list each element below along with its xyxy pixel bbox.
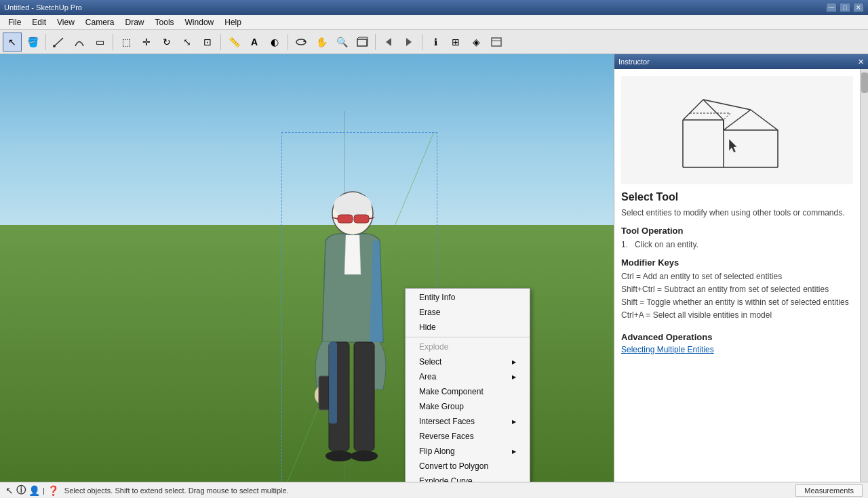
user-icon: 👤 [28, 485, 40, 496]
svg-point-1 [53, 45, 56, 47]
svg-line-31 [703, 100, 724, 120]
context-menu-reverse-faces[interactable]: Reverse Faces [406, 429, 530, 444]
measurements-panel: Measurements [795, 484, 863, 497]
main-area: Entity Info Erase Hide Explode Select ▶ [0, 54, 868, 482]
menu-draw[interactable]: Draw [120, 16, 150, 28]
toolbar: ↖ 🪣 ▭ ⬚ ✛ ↻ ⤡ ⊡ 📏 A ◐ ✋ 🔍 ℹ ⊞ ◈ [0, 30, 868, 54]
shape-tool-button[interactable]: ▭ [90, 33, 109, 51]
minimize-button[interactable]: — [826, 3, 837, 12]
status-bar: ↖ ⓘ 👤 | ❓ Select objects. Shift to exten… [0, 482, 868, 498]
window-controls[interactable]: — □ ✕ [826, 3, 864, 12]
svg-line-0 [54, 38, 63, 46]
context-menu-entity-info[interactable]: Entity Info [406, 290, 530, 305]
svg-rect-9 [492, 38, 501, 46]
instructor-panel: Instructor ✕ [614, 54, 868, 482]
advanced-ops-link[interactable]: Selecting Multiple Entities [621, 345, 853, 354]
pan-button[interactable]: ✋ [312, 33, 331, 51]
orbit-button[interactable] [292, 33, 311, 51]
toolbar-separator-3 [220, 34, 221, 50]
context-menu-make-component[interactable]: Make Component [406, 384, 530, 399]
menu-help[interactable]: Help [219, 16, 247, 28]
svg-line-41 [724, 113, 730, 120]
toolbar-separator-4 [288, 34, 288, 50]
menu-view[interactable]: View [52, 16, 80, 28]
context-menu-erase[interactable]: Erase [406, 305, 530, 320]
svg-marker-8 [406, 38, 412, 46]
arrow-icon: ↖ [5, 485, 14, 496]
menu-file[interactable]: File [3, 16, 26, 28]
advanced-ops-label: Advanced Operations [621, 332, 853, 342]
info-icon-status: ⓘ [16, 484, 26, 497]
next-scene-button[interactable] [399, 33, 418, 51]
select-submenu-arrow: ▶ [512, 359, 516, 365]
instructor-content: Select Tool Select entities to modify wh… [614, 69, 860, 482]
context-menu-flip-along[interactable]: Flip Along ▶ [406, 444, 530, 459]
context-menu-select[interactable]: Select ▶ [406, 354, 530, 369]
svg-rect-15 [338, 215, 353, 223]
model-info-button[interactable]: ℹ [426, 33, 445, 51]
scroll-thumb[interactable] [861, 72, 868, 93]
instructor-close-button[interactable]: ✕ [858, 58, 864, 66]
question-icon: ❓ [47, 485, 59, 496]
pipe-sep: | [43, 486, 45, 495]
svg-marker-7 [386, 38, 391, 46]
context-menu-explode-curve[interactable]: Explode Curve [406, 474, 530, 482]
close-button[interactable]: ✕ [853, 3, 864, 12]
instructor-scrollbar[interactable] [860, 69, 868, 482]
menu-camera[interactable]: Camera [80, 16, 120, 28]
scroll-track [861, 69, 868, 482]
scenes-button[interactable] [487, 33, 506, 51]
zoom-button[interactable]: 🔍 [332, 33, 351, 51]
zoom-extents-button[interactable] [353, 33, 372, 51]
menu-window[interactable]: Window [180, 16, 220, 28]
arc-tool-button[interactable] [70, 33, 89, 51]
menu-edit[interactable]: Edit [26, 16, 52, 28]
maximize-button[interactable]: □ [840, 3, 850, 12]
menu-tools[interactable]: Tools [150, 16, 180, 28]
context-menu-make-group[interactable]: Make Group [406, 399, 530, 414]
modifier-ctrl: Ctrl = Add an entity to set of selected … [621, 270, 853, 283]
context-menu-explode: Explode [406, 339, 530, 354]
materials-button[interactable]: ◈ [467, 33, 486, 51]
svg-line-38 [703, 100, 751, 110]
svg-point-14 [334, 193, 372, 217]
viewport[interactable]: Entity Info Erase Hide Explode Select ▶ [0, 54, 614, 482]
toolbar-separator-5 [375, 34, 376, 50]
modifier-shift: Shift = Toggle whether an entity is with… [621, 296, 853, 309]
components-button[interactable]: ⊞ [446, 33, 465, 51]
text-button[interactable]: A [245, 33, 264, 51]
tape-button[interactable]: 📏 [224, 33, 243, 51]
app-title: Untitled - SketchUp Pro [4, 3, 82, 12]
context-menu-area[interactable]: Area ▶ [406, 369, 530, 384]
tool-description: Select entities to modify when using oth… [621, 207, 853, 219]
svg-rect-3 [357, 39, 367, 46]
svg-point-24 [351, 451, 378, 461]
toolbar-separator-1 [45, 34, 46, 50]
flip-submenu-arrow: ▶ [512, 449, 516, 455]
svg-rect-25 [329, 342, 337, 423]
svg-line-37 [751, 110, 778, 130]
context-menu-convert-polygon[interactable]: Convert to Polygon [406, 459, 530, 474]
status-icons: ↖ ⓘ 👤 | ❓ [5, 484, 59, 497]
person-figure [298, 180, 407, 482]
instructor-title-label: Instructor [618, 58, 650, 66]
context-menu: Entity Info Erase Hide Explode Select ▶ [405, 288, 530, 482]
context-separator-1 [406, 337, 530, 337]
offset-button[interactable]: ⊡ [198, 33, 217, 51]
move-button[interactable]: ✛ [137, 33, 156, 51]
modifier-keys-content: Ctrl = Add an entity to set of selected … [621, 270, 853, 323]
context-menu-intersect-faces[interactable]: Intersect Faces ▶ [406, 414, 530, 429]
line-tool-button[interactable] [50, 33, 68, 51]
toolbar-separator-6 [422, 34, 422, 50]
rotate-button[interactable]: ↻ [157, 33, 176, 51]
select-tool-button[interactable]: ↖ [3, 33, 22, 51]
scale-button[interactable]: ⤡ [178, 33, 197, 51]
title-bar: Untitled - SketchUp Pro — □ ✕ [0, 0, 868, 15]
modifier-ctrl-a: Ctrl+A = Select all visible entities in … [621, 309, 853, 322]
prev-scene-button[interactable] [379, 33, 398, 51]
modifier-keys-label: Modifier Keys [621, 257, 853, 268]
push-pull-button[interactable]: ⬚ [117, 33, 136, 51]
protractor-button[interactable]: ◐ [265, 33, 284, 51]
context-menu-hide[interactable]: Hide [406, 320, 530, 335]
paint-bucket-button[interactable]: 🪣 [23, 33, 42, 51]
